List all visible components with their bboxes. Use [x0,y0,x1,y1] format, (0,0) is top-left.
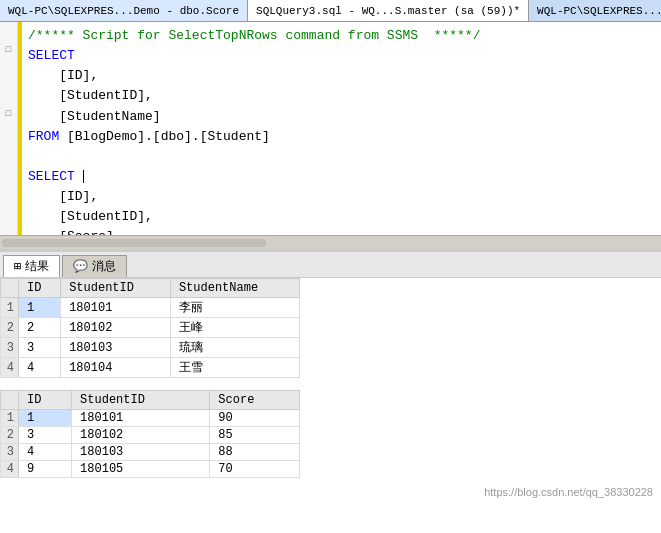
table-cell[interactable]: 王雪 [170,358,299,378]
table1-header-row: ID StudentID StudentName [1,279,300,298]
table-row[interactable]: 2318010285 [1,427,300,444]
row-number: 1 [1,298,19,318]
table-cell[interactable]: 1 [19,298,61,318]
editor-area: □ □ /***** Script for SelectTopNRows com… [0,22,661,252]
table2-col-studentid: StudentID [72,391,210,410]
result-tab-messages-label: 消息 [92,258,116,275]
code-comment: /***** Script for SelectTopNRows command… [28,26,655,46]
grid-icon: ⊞ [14,259,21,274]
code-line: SELECT [28,167,655,187]
table-cell[interactable]: 70 [210,461,300,478]
code-line: [StudentID], [28,207,655,227]
table-cell[interactable]: 180102 [61,318,171,338]
table-row[interactable]: 3418010388 [1,444,300,461]
results-area: ⊞ 结果 💬 消息 ID StudentID StudentNam [0,252,661,533]
table-cell[interactable]: 180104 [61,358,171,378]
table-row[interactable]: 33180103琉璃 [1,338,300,358]
table-row[interactable]: 11180101李丽 [1,298,300,318]
table-cell[interactable]: 180101 [72,410,210,427]
tab-2-label: WQL-PC\SQLEXPRES... [537,5,661,17]
table2-rownum-header [1,391,19,410]
result-tab-messages[interactable]: 💬 消息 [62,255,127,277]
main-container: □ □ /***** Script for SelectTopNRows com… [0,22,661,533]
tab-2[interactable]: WQL-PC\SQLEXPRES... [529,0,661,21]
row-number: 2 [1,318,19,338]
result-tab-results[interactable]: ⊞ 结果 [3,255,60,277]
collapse-btn-2[interactable]: □ [6,110,11,119]
code-line: [StudentID], [28,86,655,106]
row-number: 3 [1,338,19,358]
result-table-1: ID StudentID StudentName 11180101李丽22180… [0,278,300,378]
row-number: 4 [1,358,19,378]
table-cell[interactable]: 85 [210,427,300,444]
result-tabs: ⊞ 结果 💬 消息 [0,252,661,278]
result-table-1-wrapper: ID StudentID StudentName 11180101李丽22180… [0,278,661,378]
table-cell[interactable]: 180105 [72,461,210,478]
table-cell[interactable]: 王峰 [170,318,299,338]
row-number: 4 [1,461,19,478]
watermark: https://blog.csdn.net/qq_38330228 [484,486,653,498]
table-cell[interactable]: 180103 [72,444,210,461]
table1-col-studentname: StudentName [170,279,299,298]
tab-1[interactable]: SQLQuery3.sql - WQ...S.master (sa (59))* [248,0,529,21]
table-cell[interactable]: 3 [19,338,61,358]
table2-col-score: Score [210,391,300,410]
table-cell[interactable]: 2 [19,318,61,338]
code-line: [ID], [28,66,655,86]
msg-icon: 💬 [73,259,88,274]
code-line: [StudentName] [28,107,655,127]
table-cell[interactable]: 4 [19,444,72,461]
code-editor[interactable]: /***** Script for SelectTopNRows command… [22,22,661,249]
row-number: 3 [1,444,19,461]
code-line [28,147,655,167]
table-cell[interactable]: 90 [210,410,300,427]
table-cell[interactable]: 9 [19,461,72,478]
table-cell[interactable]: 88 [210,444,300,461]
table-row[interactable]: 1118010190 [1,410,300,427]
table-cell[interactable]: 李丽 [170,298,299,318]
table-cell[interactable]: 180102 [72,427,210,444]
tab-bar: WQL-PC\SQLEXPRES...Demo - dbo.Score SQLQ… [0,0,661,22]
table-row[interactable]: 44180104王雪 [1,358,300,378]
hscroll-bar[interactable] [0,235,661,249]
table-cell[interactable]: 180101 [61,298,171,318]
tab-1-label: SQLQuery3.sql - WQ...S.master (sa (59))* [256,5,520,17]
result-tables: ID StudentID StudentName 11180101李丽22180… [0,278,661,533]
tab-0[interactable]: WQL-PC\SQLEXPRES...Demo - dbo.Score [0,0,248,21]
gutter: □ □ [0,22,18,249]
result-table-2: ID StudentID Score 111801019023180102853… [0,390,300,478]
collapse-btn-1[interactable]: □ [6,46,11,55]
table-cell[interactable]: 180103 [61,338,171,358]
table-row[interactable]: 22180102王峰 [1,318,300,338]
table1-col-studentid: StudentID [61,279,171,298]
code-line: FROM [BlogDemo].[dbo].[Student] [28,127,655,147]
result-tab-results-label: 结果 [25,258,49,275]
table-cell[interactable]: 3 [19,427,72,444]
row-number: 1 [1,410,19,427]
table-cell[interactable]: 4 [19,358,61,378]
code-line: [ID], [28,187,655,207]
table1-col-id: ID [19,279,61,298]
tab-0-label: WQL-PC\SQLEXPRES...Demo - dbo.Score [8,5,239,17]
table2-header-row: ID StudentID Score [1,391,300,410]
code-line: SELECT [28,46,655,66]
table1-rownum-header [1,279,19,298]
table-cell[interactable]: 琉璃 [170,338,299,358]
table-row[interactable]: 4918010570 [1,461,300,478]
table-cell[interactable]: 1 [19,410,72,427]
row-number: 2 [1,427,19,444]
result-table-2-wrapper: ID StudentID Score 111801019023180102853… [0,390,661,478]
table2-col-id: ID [19,391,72,410]
